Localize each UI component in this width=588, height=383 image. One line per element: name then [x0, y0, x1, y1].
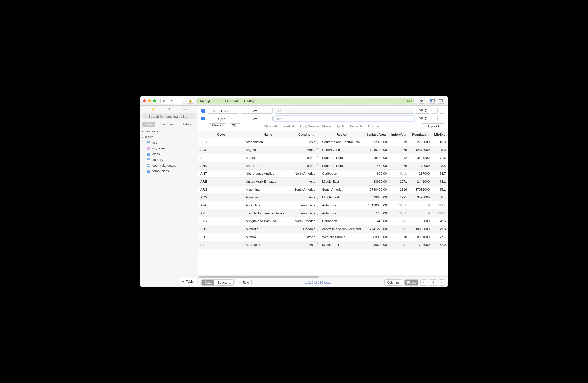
- cell-lifeexp[interactable]: 79.8: [432, 225, 448, 233]
- sidebar-item-class[interactable]: class: [147, 151, 198, 157]
- zoom-window-button[interactable]: [153, 99, 156, 102]
- close-window-button[interactable]: [143, 99, 146, 102]
- sql-button[interactable]: SQL: [229, 123, 241, 129]
- table-row[interactable]: AUTAustriaEurope⌃⌄Western Europe83859.00…: [198, 233, 448, 241]
- table-row[interactable]: AGOAngolaAfrica⌃⌄Central Africa1246700.0…: [198, 146, 448, 154]
- plug-icon[interactable]: ⚡: [150, 108, 156, 111]
- stop-icon[interactable]: ⊘: [161, 98, 168, 104]
- cell-continent[interactable]: Africa⌃⌄: [292, 146, 320, 154]
- cell-indepyear[interactable]: 1981: [389, 217, 409, 225]
- cell-continent[interactable]: Europe⌃⌄: [292, 162, 320, 170]
- cell-continent[interactable]: South America⌃⌄: [292, 186, 320, 193]
- cell-lifeexp[interactable]: 74.7: [432, 170, 448, 178]
- cell-population[interactable]: 3401200: [409, 154, 432, 162]
- cell-population[interactable]: 0: [409, 201, 432, 209]
- cell-surfacearea[interactable]: 29800.00: [364, 193, 389, 201]
- cell-code[interactable]: AUT: [198, 233, 244, 241]
- cell-continent[interactable]: Antarctica⌃⌄: [292, 209, 320, 217]
- cell-indepyear[interactable]: NULL: [389, 209, 409, 217]
- cell-population[interactable]: 12878000: [409, 146, 432, 154]
- cell-indepyear[interactable]: 1912: [389, 154, 409, 162]
- cell-surfacearea[interactable]: 1246700.00: [364, 146, 389, 154]
- table-row[interactable]: ARGArgentinaSouth America⌃⌄South America…: [198, 186, 448, 193]
- cell-continent[interactable]: Asia⌃⌄: [292, 193, 320, 201]
- column-header-region[interactable]: Region: [320, 131, 364, 138]
- lock-icon[interactable]: 🔒: [187, 98, 194, 104]
- cell-indepyear[interactable]: 1278: [389, 162, 409, 170]
- columns-button[interactable]: Columns: [384, 279, 402, 286]
- cell-population[interactable]: 8091800: [409, 233, 432, 241]
- cell-indepyear[interactable]: 1918: [389, 233, 409, 241]
- cell-name[interactable]: Argentina: [244, 186, 292, 193]
- apply-button[interactable]: Apply: [416, 108, 430, 114]
- cell-lifeexp[interactable]: 77.7: [432, 233, 448, 241]
- table-row[interactable]: AREUnited Arab EmiratesAsia⌃⌄Middle East…: [198, 178, 448, 186]
- cell-name[interactable]: Antigua and Barbuda: [244, 217, 292, 225]
- data-grid-wrap[interactable]: CodeNameContinentRegionSurfaceAreaIndepY…: [198, 131, 448, 275]
- right-panel-toggle[interactable]: [438, 98, 445, 104]
- cell-code[interactable]: AZE: [198, 241, 244, 249]
- cell-continent[interactable]: Oceania⌃⌄: [292, 225, 320, 233]
- table-row[interactable]: ANDAndorraEurope⌃⌄Southern Europe468.001…: [198, 162, 448, 170]
- cell-population[interactable]: 2441000: [409, 178, 432, 186]
- table-row[interactable]: ANTNetherlands AntillesNorth America⌃⌄Ca…: [198, 170, 448, 178]
- cell-population[interactable]: 78000: [409, 162, 432, 170]
- column-header-indepyear[interactable]: IndepYear: [389, 131, 409, 138]
- prev-page-button[interactable]: ‹: [420, 279, 427, 286]
- cell-population[interactable]: 0: [409, 209, 432, 217]
- cell-lifeexp[interactable]: NULL: [432, 201, 448, 209]
- next-page-button[interactable]: ›: [439, 279, 445, 286]
- functions-section[interactable]: Functions: [142, 129, 158, 133]
- table-row[interactable]: AUSAustraliaOceania⌃⌄Australia and New Z…: [198, 225, 448, 233]
- cell-lifeexp[interactable]: 66.4: [432, 193, 448, 201]
- apply-all-button[interactable]: Apply All: [421, 123, 445, 129]
- cell-continent[interactable]: Asia⌃⌄: [292, 178, 320, 186]
- cell-region[interactable]: Australia and New Zealand: [320, 225, 364, 233]
- table-row[interactable]: AZEAzerbaijanAsia⌃⌄Middle East86600.0019…: [198, 241, 448, 249]
- cell-population[interactable]: 3520000: [409, 193, 432, 201]
- cell-population[interactable]: 37032000: [409, 186, 432, 193]
- cell-lifeexp[interactable]: 70.5: [432, 217, 448, 225]
- cell-lifeexp[interactable]: 38.3: [432, 146, 448, 154]
- cell-code[interactable]: AND: [198, 162, 244, 170]
- cell-population[interactable]: 22720000: [409, 138, 432, 146]
- cell-name[interactable]: Andorra: [244, 162, 292, 170]
- sidebar-item-city_view[interactable]: city_view: [147, 145, 198, 151]
- list-icon[interactable]: ≣: [175, 98, 183, 104]
- connection-bar[interactable]: MySQL 8.0.11 : TLS : : world : country l…: [197, 98, 414, 104]
- cell-continent[interactable]: North America⌃⌄: [292, 170, 320, 178]
- cell-name[interactable]: Azerbaijan: [244, 241, 292, 249]
- column-header-surfacearea[interactable]: SurfaceArea: [364, 131, 389, 138]
- cell-population[interactable]: 7734000: [409, 241, 432, 249]
- filter-value-input[interactable]: [274, 108, 414, 114]
- remove-filter-button[interactable]: −: [432, 116, 438, 121]
- filter-field-select[interactable]: GNP: [207, 116, 239, 121]
- cell-name[interactable]: Albania: [244, 154, 292, 162]
- cell-name[interactable]: Antarctica: [244, 201, 292, 209]
- table-row[interactable]: ATFFrench Southern territoriesAntarctica…: [198, 209, 448, 217]
- database-icon[interactable]: 🗄: [167, 108, 172, 111]
- cell-population[interactable]: 18886000: [409, 225, 432, 233]
- cell-name[interactable]: Afghanistan: [244, 138, 292, 146]
- cell-region[interactable]: Southern and Central Asia: [320, 138, 364, 146]
- table-row[interactable]: ATAAntarcticaAntarctica⌃⌄Antarctica13120…: [198, 201, 448, 209]
- cell-code[interactable]: ALB: [198, 154, 244, 162]
- cell-continent[interactable]: Europe⌃⌄: [292, 154, 320, 162]
- cell-population[interactable]: 217000: [409, 170, 432, 178]
- cell-continent[interactable]: Asia⌃⌄: [292, 241, 320, 249]
- settings-button[interactable]: ⚙: [429, 279, 437, 286]
- cell-surfacearea[interactable]: 83600.00: [364, 178, 389, 186]
- cell-indepyear[interactable]: 1919: [389, 138, 409, 146]
- cell-indepyear[interactable]: 1975: [389, 146, 409, 154]
- cell-surfacearea[interactable]: 2780400.00: [364, 186, 389, 193]
- horizontal-scrollbar[interactable]: [198, 275, 448, 278]
- cell-name[interactable]: Netherlands Antilles: [244, 170, 292, 178]
- cell-lifeexp[interactable]: 74.1: [432, 178, 448, 186]
- cell-region[interactable]: Central Africa: [320, 146, 364, 154]
- tables-section[interactable]: Tables: [142, 135, 154, 139]
- filter-checkbox[interactable]: ✓: [201, 117, 205, 120]
- filter-op-select[interactable]: >=: [241, 108, 273, 114]
- add-filter-button[interactable]: ＋: [439, 108, 445, 114]
- cell-name[interactable]: Austria: [244, 233, 292, 241]
- apply-button[interactable]: Apply: [416, 116, 430, 121]
